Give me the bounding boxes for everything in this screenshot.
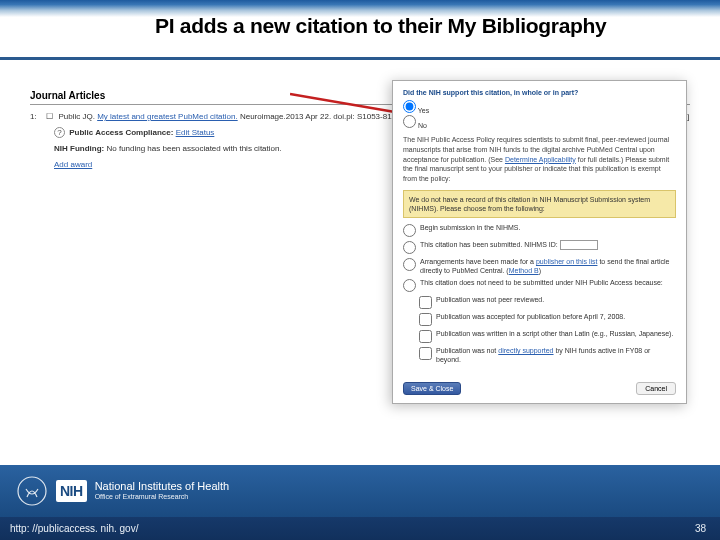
funding-label: NIH Funding:: [54, 144, 104, 153]
slide-header: PI adds a new citation to their My Bibli…: [0, 0, 720, 60]
nihms-banner: We do not have a record of this citation…: [403, 190, 676, 218]
slide-content: Journal Articles 1: ☐ Public JQ. My late…: [0, 60, 720, 171]
edit-status-link[interactable]: Edit Status: [176, 128, 215, 137]
publisher-list-link[interactable]: publisher on this list: [536, 258, 597, 265]
yes-no-group: Yes No: [403, 100, 676, 129]
opt-already-submitted[interactable]: This citation has been submitted. NIHMS …: [403, 240, 676, 254]
nih-mark: NIH: [56, 480, 87, 502]
sub-non-latin[interactable]: Publication was written in a script othe…: [419, 329, 676, 343]
cancel-button[interactable]: Cancel: [636, 382, 676, 395]
compliance-dialog: Did the NIH support this citation, in wh…: [392, 80, 687, 404]
office-name: Office of Extramural Research: [95, 493, 230, 501]
add-award-link[interactable]: Add award: [54, 160, 92, 169]
citation-checkbox[interactable]: ☐: [46, 111, 56, 123]
compliance-label: Public Access Compliance:: [69, 128, 173, 137]
method-b-link[interactable]: Method B: [509, 267, 539, 274]
citation-title-link[interactable]: My latest and greatest PubMed citation.: [97, 112, 238, 121]
opt-publisher-arrangement[interactable]: Arrangements have been made for a publis…: [403, 257, 676, 275]
opt-exempt[interactable]: This citation does not need to be submit…: [403, 278, 676, 292]
help-icon[interactable]: ?: [54, 127, 65, 138]
page-number: 38: [695, 523, 706, 534]
citation-number: 1:: [30, 111, 44, 123]
opt-begin-submission[interactable]: Begin submission in the NIHMS.: [403, 223, 676, 237]
radio-yes[interactable]: Yes: [403, 100, 676, 114]
slide-title: PI adds a new citation to their My Bibli…: [155, 14, 720, 38]
nihms-id-input[interactable]: [560, 240, 598, 250]
dialog-question: Did the NIH support this citation, in wh…: [403, 89, 676, 96]
policy-text: The NIH Public Access Policy requires sc…: [403, 135, 676, 184]
funding-text: No funding has been associated with this…: [106, 144, 281, 153]
directly-supported-link[interactable]: directly supported: [498, 347, 553, 354]
save-close-button[interactable]: Save & Close: [403, 382, 461, 395]
org-name: National Institutes of Health: [95, 480, 230, 493]
sub-not-peer-reviewed[interactable]: Publication was not peer reviewed.: [419, 295, 676, 309]
footer-bottom: http: //publicaccess. nih. gov/ 38: [0, 517, 720, 540]
sub-before-2008[interactable]: Publication was accepted for publication…: [419, 312, 676, 326]
sub-not-nih-supported[interactable]: Publication was not directly supported b…: [419, 346, 676, 364]
radio-no[interactable]: No: [403, 115, 676, 129]
citation-author: Public JQ.: [58, 112, 94, 121]
hhs-seal-icon: [16, 475, 48, 507]
determine-applicability-link[interactable]: Determine Applicability: [505, 156, 576, 163]
footer-branding: NIH National Institutes of Health Office…: [0, 465, 720, 517]
footer-url: http: //publicaccess. nih. gov/: [10, 523, 138, 534]
